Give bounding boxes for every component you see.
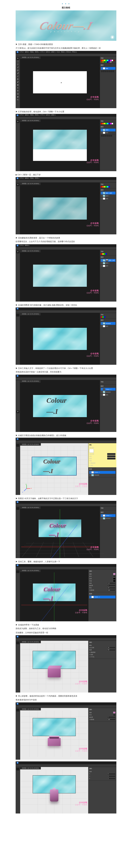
svg-rect-0 [17,61,19,62]
step-3-title: ▶ Ctrl＋J复制一层，做以下步 [15,173,117,176]
ps-logo-icon: Ps [17,51,19,53]
ps-screenshot-5: Ps 未标题-1 @ 33.3% (RGB/8) @卡乐筠公众号：卡乐筠 色板 … [15,307,117,365]
text-tool[interactable] [16,90,20,92]
layer-row[interactable]: 背景 [101,131,116,134]
menu-item[interactable]: 视窗(V) [61,51,66,53]
eraser-tool[interactable] [16,81,20,84]
ps-options-bar [15,54,117,56]
canvas-text-layer: Colour—.I [46,395,73,417]
depth-input[interactable]: 20 [107,453,116,455]
step-6-note: 单独选择合适的字体放一点都没有问题，单本身就要大 [15,370,117,374]
pen-tool[interactable] [16,87,20,89]
zoom-tool[interactable] [16,98,20,101]
hand-tool[interactable] [16,95,20,98]
step-11-note: 将未激发现的内为中选填 [15,699,117,702]
3d-cube-open[interactable] [48,735,61,746]
menu-item[interactable]: 选择(S) [46,51,51,53]
ps-stage[interactable]: 未标题-1 @ 33.3% (RGB/8) @卡乐筠公众号：卡乐筠 [20,183,100,235]
shape-tool[interactable] [16,93,20,95]
ps-stage[interactable]: 未标题-1 @ 33.3% (RGB/8) ▸ @卡乐筠公众号：卡乐筠 [20,56,100,108]
ps-screenshot-4: Ps文件(F) 编辑(E) 未标题-1 @ 33.3% (RGB/8) @卡乐筠… [15,244,117,302]
step-4-note: 纹理要有层次，公众号下几个月的纹理都是万能，选择哪个样式合适的 [15,240,117,243]
lasso-tool[interactable] [16,63,20,66]
page-root: ● ● ● 图文教程 Colour—.I photoshop ▶ 文件-新建，新… [0,0,132,813]
twist-input[interactable]: 0 [107,455,116,457]
step-9-title: ▶ 无传工具，覆围，泰建别参承，八原都可以调一下 [15,560,117,563]
ps-stage[interactable]: 未标题-1 @ 33.3% (RGB/8) @卡乐筠公众号：卡乐筠 [20,313,100,365]
menu-item[interactable]: 文件(F) [20,51,24,53]
crop-tool[interactable] [16,69,20,72]
ps-stage[interactable]: 未标题-1 @ 33.3% (RGB/8) @卡乐筠公众号：卡乐筠 [20,250,100,302]
layer-row[interactable]: 背景 [101,67,116,70]
diffuse-swatch[interactable] [113,573,116,575]
ps-screenshot-12: Ps 未标题-1 @ 33.3% (RGB/8) @卡乐筠公众号：卡乐筠 属性 … [15,762,117,813]
menu-item[interactable]: 帮助(H) [72,51,77,53]
svg-point-4 [17,99,18,100]
svg-rect-2 [17,85,19,85]
ps-stage-3d-cube2[interactable]: 未标题-1 @ 33.3% (RGB/8) @卡乐筠公众号：卡乐筠 [20,708,88,760]
axis-lines [21,509,99,558]
svg-line-43 [44,525,77,558]
layer-row[interactable]: 图层 1 [101,129,116,131]
move-tool[interactable] [16,120,20,123]
specular-swatch[interactable] [113,576,116,578]
ps-stage-3d-floor[interactable]: 未标题-1 @ 33.3% (RGB/8) @卡乐筠公众号：卡乐筠 [20,641,88,692]
canvas-text: Colour—.I [33,395,87,417]
svg-line-46 [41,586,69,621]
step-4-title: ▶ 添加蒙版填充黑暗渐变，显示出一个特制在的效果 [15,237,117,240]
canvas-3d: Colour—.I [32,457,76,475]
eyedropper-tool[interactable] [16,72,20,75]
hero-badge [110,35,114,39]
ambient-swatch[interactable] [113,578,116,580]
ps-stage-3d[interactable]: 未标题-1 @ 33.3% (RGB/8) Colour—.I @卡乐筠公众号：… [20,569,88,621]
menu-item[interactable]: 留动(W) [66,51,71,53]
properties-panel: 属性 形状预设 凸出深度20 扭转0 锥度100 弯曲 ☑ 捕捉阴影 ☑ 投影 … [88,443,117,495]
ps-screenshot-7: Ps 未标题-1 @ 33.3% (RGB/8) Colour—.I xyz @… [15,438,117,495]
step-2-title: ▶ 打开准备的纹理，移动进来，Ctrl＋T调整一下大小位置 [15,110,117,113]
ps-screenshot-10: Ps 未标题-1 @ 33.3% (RGB/8) @卡乐筠公众号：卡乐筠 属性 … [15,635,117,692]
wand-tool[interactable] [16,66,20,69]
hero-image: Colour—.I photoshop [15,10,117,41]
menu-item[interactable]: 编辑(E) [25,51,30,53]
menu-item[interactable]: 图象(I) [30,51,34,53]
ps-stage-3d[interactable]: 未标题-1 @ 33.3% (RGB/8) Colour—.I xyz @卡乐筠… [20,443,88,495]
menu-item[interactable]: 文字(Y) [40,51,45,53]
canvas-blank: ▸ [33,71,87,93]
page-header: ● ● ● 图文教程 [15,0,117,10]
stamp-tool[interactable] [16,78,20,81]
marquee-tool[interactable] [16,60,20,63]
ps-stage-3d-final[interactable]: 未标题-1 @ 33.3% (RGB/8) @卡乐筠公众号：卡乐筠 [20,767,88,813]
canvas [33,130,87,161]
3d-shape[interactable] [50,789,58,802]
step-1-note: 尺寸甚至(o)，是为后面文3D效果时不至于因为文件太大电脑多配置卡顿处理，看完上… [15,47,117,50]
ps-toolbar [15,56,20,108]
ps-stage-3d[interactable]: 未标题-1 @ 33.3% (RGB/8) Colour—.I @卡乐筠公众号：… [20,506,100,558]
svg-point-1 [18,67,19,67]
badge-icon [110,35,114,39]
gradient-tool[interactable] [16,84,20,87]
move-tool[interactable] [16,57,20,60]
taper-input[interactable]: 100 [107,458,116,460]
menu-item[interactable]: 图层(L) [35,51,40,53]
page-title: 图文教程 [15,6,117,9]
ps-stage[interactable]: 未标题-1 @ 33.3% (RGB/8) @卡乐筠公众号：卡乐筠 [20,119,100,171]
step-6-title: ▶ 文本工具输入文字，单独选择了一个比较好看的今可字体，Ctrl＋T调整一下单次… [15,367,117,370]
ps-menubar: Ps文件(F) 编辑(E) 图象(I) 图层(L) 文字(Y) 选择(S) 滤镜… [15,51,117,54]
menu-item[interactable]: 滤镜(T) [51,51,56,53]
step-11-title: ▶ 用上述参数，修改的时候会提有一个内闭曲面，需要的到股将著色英来 [15,694,117,698]
ps-screenshot-11: Ps 未标题-1 @ 33.3% (RGB/8) @卡乐筠公众号：卡乐筠 属性 … [15,702,117,760]
swatch-panel: 色板 [100,56,117,64]
text-tool[interactable] [16,410,20,413]
canvas-marble-grad [33,265,87,287]
ps-screenshot-2: Ps文件(F) 编辑(E) 图象(I) 图层(L) 文字(Y) 选择(S) 滤镜… [15,114,117,171]
brush-tool[interactable] [16,75,20,78]
menu-item[interactable]: 3D(D) [57,51,60,53]
ps-screenshot-8: Ps 未标题-1 @ 33.3% (RGB/8) Colour—.I @卡乐筠公… [15,501,117,558]
3d-cube[interactable] [48,667,61,677]
doc-tab[interactable]: 未标题-1 @ 33.3% (RGB/8) [20,56,41,59]
step-10-note: 面色设为参数，坐标设为工业，移动造为3D网格 [15,627,117,630]
ps-stage[interactable]: 未标题-1 @ 33.3% (RGB/8) Colour—.I @卡乐筠公众号：… [20,380,100,432]
ps-screenshot-3: Ps文件(F) 编辑(E) 图象(I) 图层(L) 未标题-1 @ 33.3% … [15,177,117,235]
3d-gizmo[interactable]: xyz [23,485,31,493]
svg-line-29 [24,489,27,491]
